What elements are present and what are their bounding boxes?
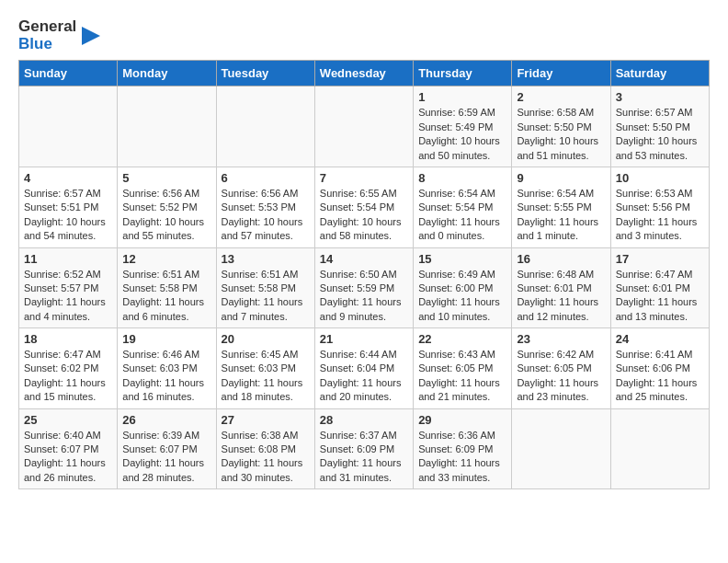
day-number: 8 [418, 171, 506, 185]
calendar-cell: 14Sunrise: 6:50 AM Sunset: 5:59 PM Dayli… [314, 247, 413, 328]
calendar-cell: 11Sunrise: 6:52 AM Sunset: 5:57 PM Dayli… [19, 247, 118, 328]
calendar-header-thursday: Thursday [414, 61, 512, 86]
calendar-table: SundayMondayTuesdayWednesdayThursdayFrid… [18, 60, 710, 489]
calendar-cell: 27Sunrise: 6:38 AM Sunset: 6:08 PM Dayli… [216, 408, 314, 489]
day-info: Sunrise: 6:50 AM Sunset: 5:59 PM Dayligh… [320, 268, 408, 325]
page-header: General Blue [18, 18, 710, 52]
day-info: Sunrise: 6:42 AM Sunset: 6:05 PM Dayligh… [517, 348, 605, 405]
calendar-row-1: 4Sunrise: 6:57 AM Sunset: 5:51 PM Daylig… [19, 167, 710, 247]
calendar-cell: 28Sunrise: 6:37 AM Sunset: 6:09 PM Dayli… [314, 408, 413, 489]
calendar-cell: 6Sunrise: 6:56 AM Sunset: 5:53 PM Daylig… [216, 167, 314, 247]
day-info: Sunrise: 6:39 AM Sunset: 6:07 PM Dayligh… [122, 429, 210, 486]
day-info: Sunrise: 6:55 AM Sunset: 5:54 PM Dayligh… [320, 187, 408, 244]
calendar-cell: 25Sunrise: 6:40 AM Sunset: 6:07 PM Dayli… [19, 408, 118, 489]
calendar-row-0: 1Sunrise: 6:59 AM Sunset: 5:49 PM Daylig… [19, 86, 710, 167]
day-info: Sunrise: 6:44 AM Sunset: 6:04 PM Dayligh… [320, 348, 408, 405]
day-info: Sunrise: 6:51 AM Sunset: 5:58 PM Dayligh… [222, 268, 310, 325]
day-number: 22 [418, 332, 506, 346]
day-number: 2 [517, 90, 605, 104]
day-number: 5 [122, 171, 210, 185]
day-number: 11 [24, 252, 112, 266]
day-info: Sunrise: 6:36 AM Sunset: 6:09 PM Dayligh… [418, 429, 506, 486]
day-info: Sunrise: 6:45 AM Sunset: 6:03 PM Dayligh… [222, 348, 310, 405]
calendar-row-2: 11Sunrise: 6:52 AM Sunset: 5:57 PM Dayli… [19, 247, 710, 328]
day-number: 4 [24, 171, 112, 185]
day-number: 6 [222, 171, 310, 185]
calendar-cell: 10Sunrise: 6:53 AM Sunset: 5:56 PM Dayli… [610, 167, 709, 247]
day-number: 29 [418, 413, 506, 427]
calendar-cell: 26Sunrise: 6:39 AM Sunset: 6:07 PM Dayli… [118, 408, 216, 489]
logo-triangle-icon [82, 27, 100, 45]
calendar-cell: 12Sunrise: 6:51 AM Sunset: 5:58 PM Dayli… [118, 247, 216, 328]
day-number: 23 [517, 332, 605, 346]
day-number: 18 [24, 332, 112, 346]
day-number: 10 [616, 171, 704, 185]
calendar-cell: 16Sunrise: 6:48 AM Sunset: 6:01 PM Dayli… [512, 247, 610, 328]
day-info: Sunrise: 6:56 AM Sunset: 5:53 PM Dayligh… [222, 187, 310, 244]
day-info: Sunrise: 6:43 AM Sunset: 6:05 PM Dayligh… [418, 348, 506, 405]
day-number: 20 [222, 332, 310, 346]
day-number: 12 [122, 252, 210, 266]
day-info: Sunrise: 6:59 AM Sunset: 5:49 PM Dayligh… [418, 106, 506, 163]
day-info: Sunrise: 6:37 AM Sunset: 6:09 PM Dayligh… [320, 429, 408, 486]
day-info: Sunrise: 6:47 AM Sunset: 6:01 PM Dayligh… [616, 268, 704, 325]
calendar-cell [512, 408, 610, 489]
logo-text-block: General Blue [18, 18, 76, 52]
day-number: 15 [418, 252, 506, 266]
day-number: 19 [122, 332, 210, 346]
calendar-cell: 1Sunrise: 6:59 AM Sunset: 5:49 PM Daylig… [414, 86, 512, 167]
calendar-cell: 24Sunrise: 6:41 AM Sunset: 6:06 PM Dayli… [610, 328, 709, 409]
day-number: 7 [320, 171, 408, 185]
calendar-cell: 8Sunrise: 6:54 AM Sunset: 5:54 PM Daylig… [414, 167, 512, 247]
calendar-cell: 21Sunrise: 6:44 AM Sunset: 6:04 PM Dayli… [314, 328, 413, 409]
calendar-cell [216, 86, 314, 167]
day-number: 1 [418, 90, 506, 104]
calendar-cell [610, 408, 709, 489]
day-number: 21 [320, 332, 408, 346]
day-info: Sunrise: 6:52 AM Sunset: 5:57 PM Dayligh… [24, 268, 112, 325]
calendar-header-friday: Friday [512, 61, 610, 86]
calendar-cell: 23Sunrise: 6:42 AM Sunset: 6:05 PM Dayli… [512, 328, 610, 409]
logo-line1: General [18, 18, 76, 36]
calendar-header-row: SundayMondayTuesdayWednesdayThursdayFrid… [19, 61, 710, 86]
calendar-row-3: 18Sunrise: 6:47 AM Sunset: 6:02 PM Dayli… [19, 328, 710, 409]
calendar-header-sunday: Sunday [19, 61, 118, 86]
calendar-cell: 3Sunrise: 6:57 AM Sunset: 5:50 PM Daylig… [610, 86, 709, 167]
calendar-cell: 4Sunrise: 6:57 AM Sunset: 5:51 PM Daylig… [19, 167, 118, 247]
day-number: 13 [222, 252, 310, 266]
calendar-cell: 18Sunrise: 6:47 AM Sunset: 6:02 PM Dayli… [19, 328, 118, 409]
svg-marker-0 [82, 27, 100, 45]
calendar-cell: 19Sunrise: 6:46 AM Sunset: 6:03 PM Dayli… [118, 328, 216, 409]
day-number: 17 [616, 252, 704, 266]
calendar-cell: 2Sunrise: 6:58 AM Sunset: 5:50 PM Daylig… [512, 86, 610, 167]
logo: General Blue [18, 18, 100, 52]
day-info: Sunrise: 6:51 AM Sunset: 5:58 PM Dayligh… [122, 268, 210, 325]
day-number: 14 [320, 252, 408, 266]
calendar-cell: 20Sunrise: 6:45 AM Sunset: 6:03 PM Dayli… [216, 328, 314, 409]
day-info: Sunrise: 6:57 AM Sunset: 5:51 PM Dayligh… [24, 187, 112, 244]
calendar-header-monday: Monday [118, 61, 216, 86]
day-number: 9 [517, 171, 605, 185]
calendar-cell: 29Sunrise: 6:36 AM Sunset: 6:09 PM Dayli… [414, 408, 512, 489]
calendar-header-wednesday: Wednesday [314, 61, 413, 86]
calendar-cell [118, 86, 216, 167]
calendar-cell: 9Sunrise: 6:54 AM Sunset: 5:55 PM Daylig… [512, 167, 610, 247]
day-info: Sunrise: 6:48 AM Sunset: 6:01 PM Dayligh… [517, 268, 605, 325]
day-info: Sunrise: 6:40 AM Sunset: 6:07 PM Dayligh… [24, 429, 112, 486]
calendar-cell: 5Sunrise: 6:56 AM Sunset: 5:52 PM Daylig… [118, 167, 216, 247]
calendar-header-tuesday: Tuesday [216, 61, 314, 86]
calendar-row-4: 25Sunrise: 6:40 AM Sunset: 6:07 PM Dayli… [19, 408, 710, 489]
day-info: Sunrise: 6:54 AM Sunset: 5:54 PM Dayligh… [418, 187, 506, 244]
calendar-cell: 22Sunrise: 6:43 AM Sunset: 6:05 PM Dayli… [414, 328, 512, 409]
day-info: Sunrise: 6:56 AM Sunset: 5:52 PM Dayligh… [122, 187, 210, 244]
day-number: 28 [320, 413, 408, 427]
calendar-cell [19, 86, 118, 167]
day-info: Sunrise: 6:41 AM Sunset: 6:06 PM Dayligh… [616, 348, 704, 405]
calendar-header-saturday: Saturday [610, 61, 709, 86]
calendar-cell: 13Sunrise: 6:51 AM Sunset: 5:58 PM Dayli… [216, 247, 314, 328]
day-number: 26 [122, 413, 210, 427]
day-number: 24 [616, 332, 704, 346]
day-info: Sunrise: 6:38 AM Sunset: 6:08 PM Dayligh… [222, 429, 310, 486]
day-info: Sunrise: 6:53 AM Sunset: 5:56 PM Dayligh… [616, 187, 704, 244]
logo-line2: Blue [18, 36, 76, 53]
